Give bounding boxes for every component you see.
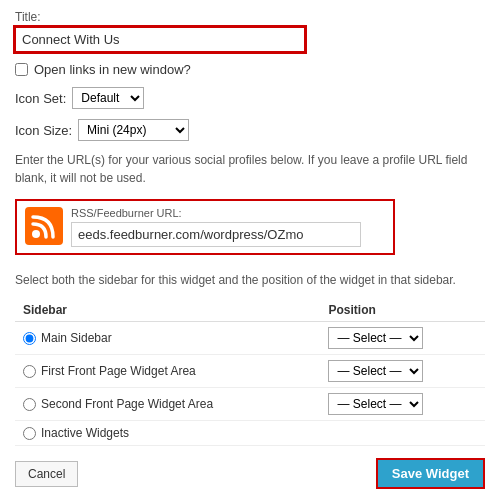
table-row: First Front Page Widget Area — Select — …: [15, 355, 485, 388]
second-front-position-cell: — Select — 123: [320, 388, 485, 421]
cancel-button[interactable]: Cancel: [15, 461, 78, 487]
table-row: Main Sidebar — Select — 123: [15, 322, 485, 355]
icon-size-row: Icon Size: Mini (24px) Small (32px) Medi…: [15, 119, 485, 141]
open-links-checkbox[interactable]: [15, 63, 28, 76]
first-front-position-cell: — Select — 123: [320, 355, 485, 388]
inactive-widgets-label: Inactive Widgets: [23, 426, 312, 440]
first-front-position-select[interactable]: — Select — 123: [328, 360, 423, 382]
inactive-widgets-position-cell: [320, 421, 485, 446]
title-input[interactable]: [15, 27, 305, 52]
url-description: Enter the URL(s) for your various social…: [15, 151, 485, 187]
first-front-text: First Front Page Widget Area: [41, 364, 196, 378]
second-front-radio[interactable]: [23, 398, 36, 411]
rss-input[interactable]: [71, 222, 361, 247]
bottom-row: Cancel Save Widget: [15, 458, 485, 489]
first-front-radio[interactable]: [23, 365, 36, 378]
icon-size-label: Icon Size:: [15, 123, 72, 138]
sidebar-col-header: Sidebar: [15, 299, 320, 322]
open-links-row: Open links in new window?: [15, 62, 485, 77]
second-front-position-select[interactable]: — Select — 123: [328, 393, 423, 415]
save-widget-button[interactable]: Save Widget: [376, 458, 485, 489]
sidebar-description: Select both the sidebar for this widget …: [15, 271, 485, 289]
table-row: Inactive Widgets: [15, 421, 485, 446]
icon-set-label: Icon Set:: [15, 91, 66, 106]
icon-set-select[interactable]: Default Custom: [72, 87, 144, 109]
rss-icon: [25, 207, 63, 245]
main-sidebar-position-select[interactable]: — Select — 123: [328, 327, 423, 349]
sidebar-table: Sidebar Position Main Sidebar — Select —…: [15, 299, 485, 446]
rss-block: RSS/Feedburner URL:: [15, 199, 395, 255]
rss-label: RSS/Feedburner URL:: [71, 207, 385, 219]
main-sidebar-label: Main Sidebar: [23, 331, 312, 345]
table-row: Second Front Page Widget Area — Select —…: [15, 388, 485, 421]
main-sidebar-position-cell: — Select — 123: [320, 322, 485, 355]
icon-set-row: Icon Set: Default Custom: [15, 87, 485, 109]
rss-field-group: RSS/Feedburner URL:: [71, 207, 385, 247]
position-col-header: Position: [320, 299, 485, 322]
icon-size-select[interactable]: Mini (24px) Small (32px) Medium (48px) L…: [78, 119, 189, 141]
second-front-text: Second Front Page Widget Area: [41, 397, 213, 411]
second-front-label: Second Front Page Widget Area: [23, 397, 312, 411]
svg-point-0: [32, 230, 40, 238]
open-links-label: Open links in new window?: [34, 62, 191, 77]
inactive-widgets-text: Inactive Widgets: [41, 426, 129, 440]
title-field-group: Title:: [15, 10, 485, 52]
main-sidebar-radio[interactable]: [23, 332, 36, 345]
main-sidebar-text: Main Sidebar: [41, 331, 112, 345]
title-label: Title:: [15, 10, 485, 24]
inactive-widgets-radio[interactable]: [23, 427, 36, 440]
first-front-label: First Front Page Widget Area: [23, 364, 312, 378]
